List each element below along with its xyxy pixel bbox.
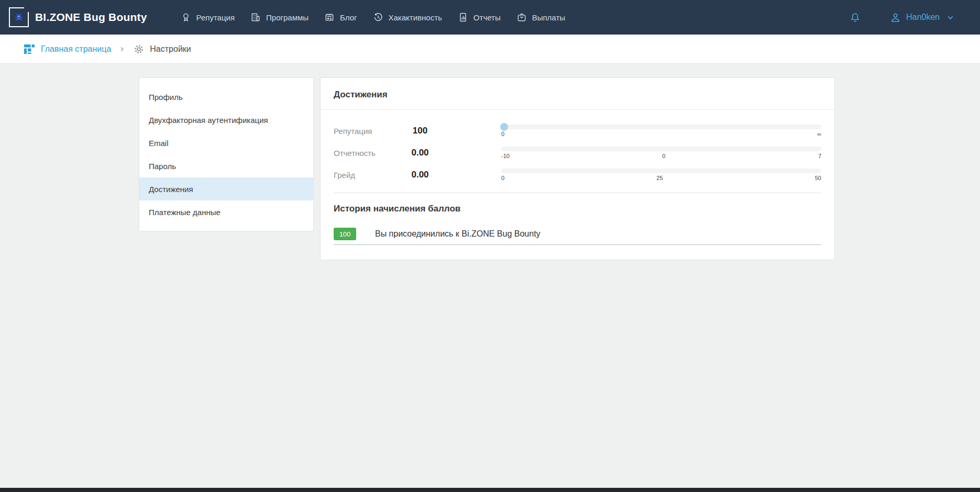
history-entry: 100 Вы присоединились к Bi.ZONE Bug Boun… [334, 228, 821, 245]
sidebar-item-email[interactable]: Email [139, 131, 313, 154]
metric-row-grade: Грейд 0.00 0 25 50 [334, 164, 821, 185]
tick-min: 0 [501, 175, 504, 181]
report-icon [458, 12, 468, 23]
metric-row-reporting: Отчетность 0.00 -10 0 7 [334, 142, 821, 163]
metric-label: Отчетность [334, 149, 397, 158]
tick-max: 7 [818, 153, 821, 159]
nav-item-reports[interactable]: Отчеты [458, 12, 501, 23]
notifications-bell-icon[interactable] [850, 12, 861, 23]
metric-label: Грейд [334, 171, 397, 180]
gear-icon [133, 43, 145, 55]
grade-slider: 0 25 50 [444, 169, 821, 181]
news-icon [324, 12, 335, 23]
sidebar-item-password[interactable]: Пароль [139, 154, 313, 177]
breadcrumb-separator-icon [118, 46, 126, 53]
tick-max: 50 [815, 175, 821, 181]
reputation-slider: 0 ∞ [444, 125, 821, 137]
footer-edge [0, 488, 980, 492]
top-navbar: BI.ZONE Bug Bounty Репутация [0, 0, 980, 35]
panel-title: Достижения [321, 78, 834, 110]
metric-value: 0.00 [397, 170, 444, 180]
metric-value: 0.00 [397, 148, 444, 158]
sidebar-item-2fa[interactable]: Двухфакторная аутентификация [139, 108, 313, 131]
breadcrumb-current-label: Настройки [150, 44, 191, 54]
user-menu[interactable]: Han0ken [890, 12, 955, 23]
nav-menu: Репутация Программы [165, 12, 565, 23]
tick-mid: 0 [662, 153, 665, 159]
sidebar-item-profile[interactable]: Профиль [139, 85, 313, 108]
tick-mid: 25 [656, 175, 663, 181]
sidebar-item-achievements[interactable]: Достижения [139, 177, 313, 200]
slider-thumb[interactable] [500, 123, 508, 131]
medal-icon [181, 12, 191, 23]
brand-title: BI.ZONE Bug Bounty [35, 11, 147, 24]
breadcrumb: Главная страница Настройки [0, 35, 980, 64]
history-entry-text: Вы присоединились к Bi.ZONE Bug Bounty [375, 229, 541, 239]
metric-label: Репутация [334, 127, 397, 136]
achievements-panel: Достижения Репутация 100 0 ∞ Отчетность … [320, 77, 835, 260]
history-title: История начисления баллов [334, 204, 821, 214]
tick-max: ∞ [817, 131, 821, 137]
building-icon [250, 12, 261, 23]
payout-icon [516, 12, 527, 23]
brand-logo[interactable]: BI.ZONE Bug Bounty [9, 7, 147, 27]
nav-item-programs[interactable]: Программы [250, 12, 309, 23]
settings-sidebar: Профиль Двухфакторная аутентификация Ema… [139, 77, 314, 231]
panel-body: Репутация 100 0 ∞ Отчетность 0.00 -10 [321, 110, 834, 260]
reporting-slider: -10 0 7 [444, 147, 821, 159]
chevron-down-icon [946, 13, 955, 22]
section-divider [334, 193, 821, 193]
nav-item-blog[interactable]: Блог [324, 12, 357, 23]
nav-item-hackactivity[interactable]: Хакактивность [373, 12, 442, 23]
breadcrumb-current: Настройки [133, 43, 191, 55]
nav-right-cluster: Han0ken [850, 12, 955, 23]
breadcrumb-home-link[interactable]: Главная страница [41, 44, 111, 54]
breadcrumb-home[interactable]: Главная страница [23, 43, 111, 55]
nav-item-reputation[interactable]: Репутация [181, 12, 235, 23]
bug-icon [14, 12, 24, 23]
sidebar-item-payment-details[interactable]: Платежные данные [139, 200, 313, 223]
nav-item-payouts[interactable]: Выплаты [516, 12, 565, 23]
points-badge: 100 [334, 228, 356, 240]
bizone-logo-icon [9, 7, 29, 27]
tick-min: 0 [501, 131, 504, 137]
user-avatar-icon [890, 12, 901, 23]
dashboard-grid-icon [23, 43, 36, 55]
history-icon [373, 12, 383, 23]
username: Han0ken [906, 13, 940, 22]
tick-min: -10 [501, 153, 510, 159]
metric-row-reputation: Репутация 100 0 ∞ [334, 120, 821, 141]
metric-value: 100 [397, 126, 444, 136]
